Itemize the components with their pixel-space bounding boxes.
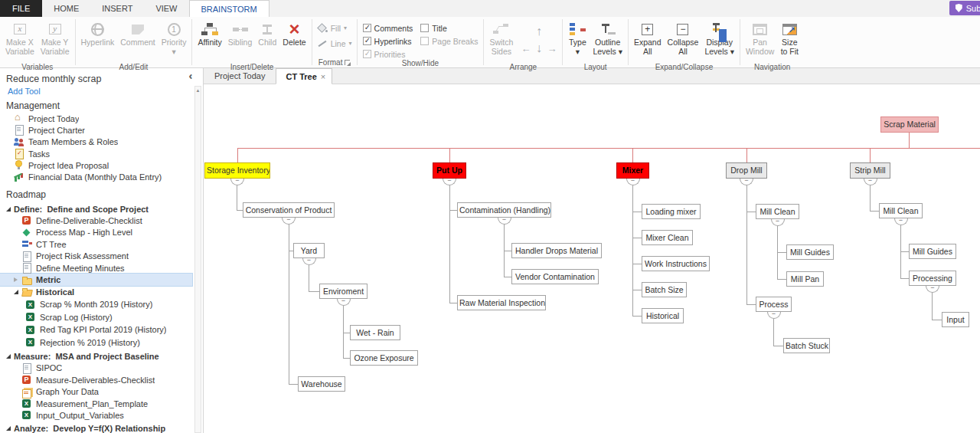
sidebar-item-historical[interactable]: Historical xyxy=(0,286,192,298)
collapse-toggle[interactable]: − xyxy=(626,178,640,185)
arrow-up-icon[interactable]: ↑ xyxy=(536,25,542,38)
tree-node-strip-mill[interactable]: Strip Mill xyxy=(850,162,890,179)
tree-node-yard[interactable]: Yard xyxy=(293,243,325,258)
delete-button[interactable]: Delete xyxy=(279,18,309,63)
sidebar-item-team-members-roles[interactable]: Team Members & Roles xyxy=(0,136,192,148)
sidebar-item-measure-deliverables-checklist[interactable]: Measure-Deliverables-Checklist xyxy=(0,374,192,385)
collapse-toggle[interactable]: − xyxy=(282,217,296,225)
add-tool-link[interactable]: Add Tool xyxy=(0,84,203,97)
outline-levels-button[interactable]: Outline Levels ▾ xyxy=(590,18,626,63)
sidebar-item-graph-your-data[interactable]: Graph Your Data xyxy=(0,385,192,397)
tree-node-mill-guides[interactable]: Mill Guides xyxy=(909,244,956,259)
sidebar-item-rejection-2019-history[interactable]: Rejection % 2019 (History) xyxy=(0,336,192,349)
ribbon-tab-brainstorm[interactable]: BRAINSTORM xyxy=(189,0,270,17)
ct-tree-close-icon[interactable]: × xyxy=(321,72,325,81)
collapse-toggle[interactable]: − xyxy=(302,258,316,265)
sidebar-item-tasks[interactable]: Tasks xyxy=(0,148,192,159)
collapse-toggle[interactable]: − xyxy=(767,311,781,319)
display-levels-button[interactable]: Display Levels ▾ xyxy=(701,18,737,63)
submit-button[interactable]: Submit xyxy=(949,1,980,15)
sidebar-item-scrap-month-2019-history[interactable]: Scrap % Month 2019 (History) xyxy=(0,298,192,311)
sidebar-item-measurement-plan-template[interactable]: Measurement_Plan_Template xyxy=(0,398,192,409)
tree-node-mill-clean[interactable]: Mill Clean xyxy=(879,203,923,218)
sidebar-item-financial-data-monthly-data-entry[interactable]: Financial Data (Monthly Data Entry) xyxy=(0,171,192,182)
sidebar-item-ct-tree[interactable]: CT Tree xyxy=(0,238,192,250)
collapse-toggle[interactable]: − xyxy=(337,298,351,306)
sidebar-item-project-charter[interactable]: Project Charter xyxy=(0,124,192,136)
collapse-toggle[interactable]: − xyxy=(740,178,753,185)
tree-node-conservation-of-product[interactable]: Conservation of Product xyxy=(243,202,335,218)
expander-icon[interactable] xyxy=(6,426,14,431)
sidebar-item-metric[interactable]: Metric xyxy=(0,274,192,286)
tree-node-mill-clean[interactable]: Mill Clean xyxy=(756,204,799,219)
sidebar-item-red-tag-kpi-portal-2019-history[interactable]: Red Tag KPI Portal 2019 (History) xyxy=(0,323,192,336)
hyperlinks-checkbox[interactable]: Hyperlinks xyxy=(363,36,413,46)
tree-node-historical[interactable]: Historical xyxy=(642,308,684,323)
tree-node-enviroment[interactable]: Enviroment xyxy=(319,284,368,299)
title-checkbox[interactable]: Title xyxy=(420,23,478,33)
tree-node-warehouse[interactable]: Warehouse xyxy=(298,376,345,392)
collapse-toggle[interactable]: − xyxy=(498,217,511,225)
sidebar-item-process-map-high-level[interactable]: Process Map - High Level xyxy=(0,227,192,238)
arrow-right-icon[interactable]: → xyxy=(547,43,557,54)
expander-icon[interactable] xyxy=(14,277,21,282)
dialog-launcher-icon[interactable] xyxy=(345,60,350,65)
tree-node-mixer-clean[interactable]: Mixer Clean xyxy=(642,230,693,245)
expander-icon[interactable] xyxy=(6,354,14,359)
sidebar-item-analyze-develop-y-f-x-relationship[interactable]: Analyze: Develop Y=f(X) Relationship xyxy=(0,423,192,433)
tree-node-mixer[interactable]: Mixer xyxy=(616,162,649,179)
collapse-toggle[interactable]: − xyxy=(771,218,785,226)
comments-checkbox[interactable]: Comments xyxy=(363,23,413,33)
collapse-toggle[interactable]: − xyxy=(443,178,456,185)
tasks-icon xyxy=(14,149,24,159)
sidebar-item-sipoc[interactable]: SIPOC xyxy=(0,362,192,374)
tree-node-raw-material-inspection[interactable]: Raw Material Inspection xyxy=(457,295,546,310)
tree-node-wet-rain[interactable]: Wet - Rain xyxy=(350,325,400,340)
tree-node-scrap-material[interactable]: Scrap Material xyxy=(880,116,939,133)
sidebar-item-project-risk-assessment[interactable]: Project Risk Assessment xyxy=(0,250,192,261)
collapse-toggle[interactable]: − xyxy=(230,178,244,185)
tree-node-loading-mixer[interactable]: Loading mixer xyxy=(642,204,701,219)
tree-node-input[interactable]: Input xyxy=(942,312,969,327)
tree-node-ozone-exposure[interactable]: Ozone Exposure xyxy=(350,350,418,366)
tree-node-processing[interactable]: Processing xyxy=(909,271,956,286)
sidebar-item-project-idea-proposal[interactable]: Project Idea Proposal xyxy=(0,159,192,171)
scroll-up-icon[interactable]: ▲ xyxy=(195,87,201,94)
tree-node-batch-size[interactable]: Batch Size xyxy=(642,282,687,297)
tree-node-put-up[interactable]: Put Up xyxy=(433,162,466,179)
collapse-all-button[interactable]: Collapse All xyxy=(665,18,702,63)
collapse-toggle[interactable]: − xyxy=(864,178,877,185)
collapse-toggle[interactable]: − xyxy=(894,218,908,225)
sidebar-item-define-meeting-minutes[interactable]: Define Meeting Minutes xyxy=(0,262,192,274)
tree-node-contamination-handling[interactable]: Contamination (Handling) xyxy=(457,202,551,218)
tree-node-handler-drops-material[interactable]: Handler Drops Material xyxy=(511,243,602,258)
affinity-button[interactable]: Affinity xyxy=(194,18,224,63)
tree-node-mill-guides[interactable]: Mill Guides xyxy=(786,244,834,260)
arrow-left-icon[interactable]: ← xyxy=(521,43,531,54)
tree-node-vendor-contamination[interactable]: Vendor Contamination xyxy=(511,269,599,284)
tree-node-storage-inventory[interactable]: Storage Inventory xyxy=(204,162,270,179)
ribbon-tab-insert[interactable]: INSERT xyxy=(90,0,144,17)
arrow-down-icon[interactable]: ↓ xyxy=(536,41,542,55)
tree-node-mill-pan[interactable]: Mill Pan xyxy=(786,271,824,287)
sidebar-scrollbar[interactable]: ▲ xyxy=(194,86,201,433)
collapse-toggle[interactable]: − xyxy=(926,285,939,293)
size-to-fit-button[interactable]: Size to Fit xyxy=(777,18,802,63)
ribbon-tab-file[interactable]: FILE xyxy=(0,0,42,17)
sidebar-item-input-output-variables[interactable]: Input_Output_Variables xyxy=(0,409,192,421)
tree-node-process[interactable]: Process xyxy=(756,297,792,312)
sidebar-item-define-define-and-scope-project[interactable]: Define: Define and Scope Project xyxy=(0,203,192,215)
ribbon-tab-home[interactable]: HOME xyxy=(42,0,90,17)
tree-node-work-instructions[interactable]: Work Instructions xyxy=(642,256,710,271)
sidebar-item-measure-msa-and-project-baseline[interactable]: Measure: MSA and Project Baseline xyxy=(0,350,192,362)
sidebar-item-project-today[interactable]: Project Today xyxy=(0,113,192,124)
expand-all-button[interactable]: Expand All xyxy=(631,18,665,63)
expander-icon[interactable] xyxy=(6,207,14,212)
expander-icon[interactable] xyxy=(14,290,21,294)
type-button[interactable]: Type ▾ xyxy=(565,18,590,63)
tree-node-batch-stuck[interactable]: Batch Stuck xyxy=(783,338,830,353)
tree-node-drop-mill[interactable]: Drop Mill xyxy=(726,162,767,179)
sidebar-item-define-deliverable-checklist[interactable]: Define-Deliverable-Checklist xyxy=(0,215,192,226)
sidebar-item-scrap-log-history[interactable]: Scrap Log (History) xyxy=(0,310,192,323)
ribbon-tab-view[interactable]: VIEW xyxy=(144,0,188,17)
